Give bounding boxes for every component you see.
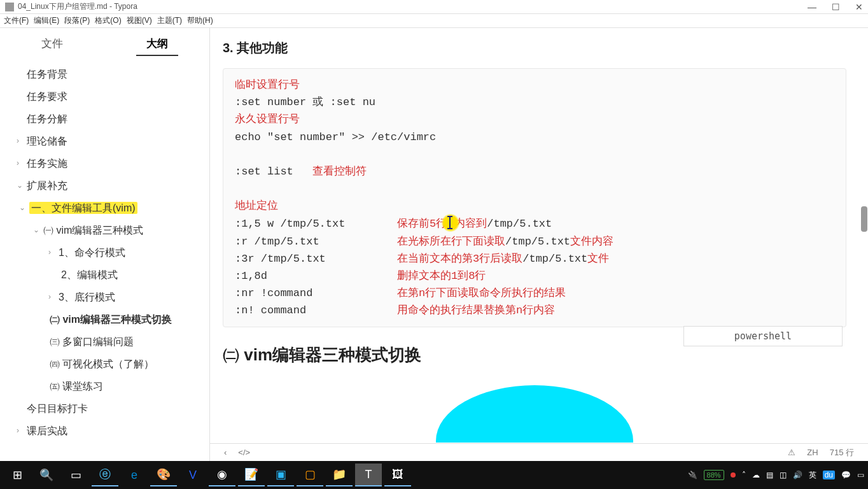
outline-item[interactable]: 今日目标打卡 <box>0 398 209 420</box>
outline-item[interactable]: ⌄扩展补充 <box>0 175 209 197</box>
code-lang-input[interactable]: powershell <box>683 326 843 346</box>
chevron-down-icon: ⌄ <box>17 181 23 190</box>
outline-item[interactable]: ›1、命令行模式 <box>0 242 209 264</box>
status-bar: ‹ </> ⚠ ZH 715 行 <box>210 443 868 461</box>
code-block[interactable]: 临时设置行号 :set number 或 :set nu 永久设置行号 echo… <box>223 68 846 327</box>
chevron-right-icon: › <box>17 426 19 435</box>
menu-edit[interactable]: 编辑(E) <box>34 15 59 26</box>
chevron-down-icon: ⌄ <box>33 225 39 234</box>
heading-3: 3. 其他功能 <box>223 39 846 57</box>
main-area: 文件 大纲 任务背景 任务要求 任务分解 ›理论储备 ›任务实施 ⌄扩展补充 ⌄… <box>0 28 868 461</box>
menu-theme[interactable]: 主题(T) <box>157 15 182 26</box>
menu-help[interactable]: 帮助(H) <box>187 15 213 26</box>
sidebar-tabs: 文件 大纲 <box>0 28 209 59</box>
line-count: 715 行 <box>830 447 854 458</box>
titlebar: 04_Linux下用户组管理.md - Typora — ☐ ✕ <box>0 0 868 14</box>
chevron-right-icon: › <box>17 136 19 145</box>
editor-area[interactable]: 3. 其他功能 临时设置行号 :set number 或 :set nu 永久设… <box>210 28 868 461</box>
outline-item[interactable]: ›课后实战 <box>0 420 209 443</box>
outline-item[interactable]: ㈤ 课堂练习 <box>0 376 209 398</box>
text-cursor-icon <box>442 214 459 232</box>
outline-item[interactable]: 任务要求 <box>0 86 209 108</box>
outline-item[interactable]: 2、编辑模式 <box>0 264 209 287</box>
menu-format[interactable]: 格式(O) <box>95 15 121 26</box>
menu-paragraph[interactable]: 段落(P) <box>64 15 90 26</box>
chevron-down-icon: ⌄ <box>19 203 25 212</box>
source-code-icon[interactable]: </> <box>238 448 250 457</box>
outline-item[interactable]: ›理论储备 <box>0 131 209 153</box>
chevron-right-icon: › <box>17 159 19 167</box>
window-title: 04_Linux下用户组管理.md - Typora <box>18 1 808 12</box>
sidebar: 文件 大纲 任务背景 任务要求 任务分解 ›理论储备 ›任务实施 ⌄扩展补充 ⌄… <box>0 28 210 461</box>
outline-item[interactable]: ㈣ 可视化模式（了解） <box>0 353 209 376</box>
outline-item[interactable]: ›3、底行模式 <box>0 287 209 309</box>
chevron-right-icon: › <box>48 292 51 301</box>
outline-item[interactable]: ㈢ 多窗口编辑问题 <box>0 331 209 353</box>
outline-item[interactable]: ⌄一、文件编辑工具(vim) <box>0 197 209 220</box>
diagram-arc <box>436 385 633 443</box>
tab-outline[interactable]: 大纲 <box>105 28 210 59</box>
menu-file[interactable]: 文件(F) <box>4 15 29 26</box>
outline-item[interactable]: ⌄㈠ vim编辑器三种模式 <box>0 220 209 242</box>
app-icon <box>5 3 14 11</box>
outline-item[interactable]: 任务背景 <box>0 64 209 86</box>
menubar: 文件(F) 编辑(E) 段落(P) 格式(O) 视图(V) 主题(T) 帮助(H… <box>0 14 868 28</box>
close-button[interactable]: ✕ <box>855 2 863 12</box>
minimize-button[interactable]: — <box>808 2 816 12</box>
heading-2: ㈡ vim编辑器三种模式切换 <box>223 344 846 366</box>
outline-item[interactable]: ›任务实施 <box>0 153 209 175</box>
outline-item[interactable]: 任务分解 <box>0 108 209 131</box>
outline-tree: 任务背景 任务要求 任务分解 ›理论储备 ›任务实施 ⌄扩展补充 ⌄一、文件编辑… <box>0 59 209 461</box>
menu-view[interactable]: 视图(V) <box>127 15 152 26</box>
chevron-right-icon: › <box>48 248 51 257</box>
outline-item[interactable]: ㈡ vim编辑器三种模式切换 <box>0 309 209 331</box>
warning-icon[interactable]: ⚠ <box>788 448 795 457</box>
back-button[interactable]: ‹ <box>224 448 227 457</box>
scrollbar-thumb[interactable] <box>861 206 867 232</box>
maximize-button[interactable]: ☐ <box>832 2 840 12</box>
lang-indicator: ZH <box>807 448 818 457</box>
tab-file[interactable]: 文件 <box>0 28 105 59</box>
